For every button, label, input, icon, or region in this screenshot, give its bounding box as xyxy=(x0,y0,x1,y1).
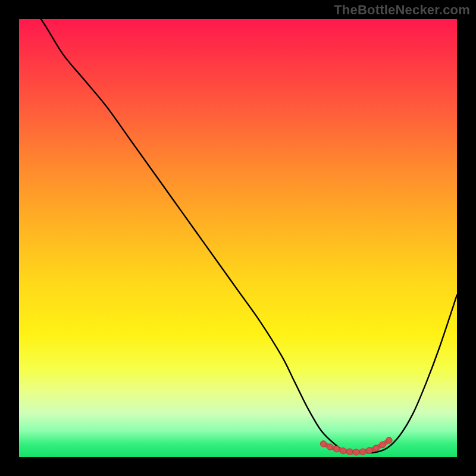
optimal-range-dot xyxy=(373,445,379,451)
optimal-range-dots xyxy=(320,437,392,455)
optimal-range-dot xyxy=(346,449,352,455)
optimal-range-dot xyxy=(386,437,392,443)
chart-svg xyxy=(19,19,457,457)
optimal-range-dot xyxy=(320,441,326,447)
optimal-range-dot xyxy=(333,446,339,452)
attribution-text: TheBottleNecker.com xyxy=(334,2,470,18)
bottleneck-curve xyxy=(19,19,457,453)
optimal-range-dot xyxy=(340,448,346,454)
optimal-range-dot xyxy=(327,444,333,450)
chart-frame: TheBottleNecker.com xyxy=(0,0,476,476)
optimal-range-dot xyxy=(380,441,386,447)
plot-area xyxy=(19,19,457,457)
optimal-range-dot xyxy=(367,447,372,453)
optimal-range-dot xyxy=(360,449,366,455)
optimal-range-dot xyxy=(353,449,359,455)
